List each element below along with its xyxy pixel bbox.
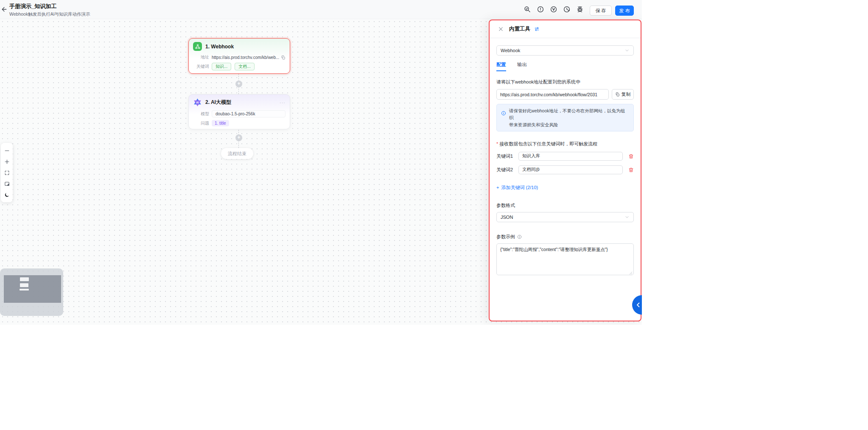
- chevron-down-icon: [624, 215, 630, 220]
- node-ai-model-row: 模型 doubao-1.5-pro-256k: [189, 110, 290, 117]
- node-ai-title: 2. AI大模型: [205, 99, 231, 106]
- add-keyword-label: 添加关键词 (2/10): [501, 184, 538, 191]
- toolbar-icons: [524, 6, 584, 13]
- page-subtitle: Webhook触发后执行AI与知识库动作演示: [9, 11, 90, 17]
- copy-url-button[interactable]: 复制: [612, 89, 634, 100]
- address-value: https://ais.prod.torchv.com/kb/web...: [212, 55, 279, 60]
- node-webhook-keywords-row: 关键词 知识... 文档...: [189, 63, 290, 70]
- swap-tool-icon[interactable]: [534, 26, 540, 32]
- example-textarea-wrap: {"title":"普陀山周报","content":"请整理知识库更新重点"}: [496, 243, 634, 277]
- publish-button[interactable]: 发布: [615, 6, 634, 16]
- minimap-toggle-icon[interactable]: [1, 178, 13, 189]
- run-history-icon[interactable]: [563, 6, 571, 13]
- minimap-viewport[interactable]: [4, 275, 61, 303]
- chevron-down-icon: [624, 48, 630, 53]
- security-alert: 请保管好此webhook地址，不要公布在外部网站，以免为组织 带来资源损失和安全…: [496, 104, 634, 131]
- panel-title: 内置工具: [509, 25, 530, 33]
- add-node-button-2[interactable]: +: [235, 134, 242, 141]
- node-ai-model[interactable]: AI 2. AI大模型 ··· 模型 doubao-1.5-pro-256k 问…: [188, 94, 290, 129]
- keyword-1-label: 关键词1: [496, 153, 518, 159]
- add-node-button-1[interactable]: +: [235, 81, 242, 87]
- plus-icon: +: [496, 185, 499, 190]
- debug-bug-icon[interactable]: [576, 6, 584, 13]
- close-icon[interactable]: [498, 26, 504, 32]
- flow-check-icon[interactable]: [524, 6, 531, 13]
- example-textarea[interactable]: {"title":"普陀山周报","content":"请整理知识库更新重点"}: [496, 243, 634, 275]
- zoom-out-icon[interactable]: [1, 145, 13, 156]
- question-variable-tag: 1. title: [212, 120, 229, 126]
- minimap-node-marker: [20, 277, 29, 281]
- tab-config[interactable]: 配置: [496, 61, 506, 71]
- warning-circle-icon[interactable]: [537, 6, 544, 13]
- add-keyword-button[interactable]: + 添加关键词 (2/10): [496, 184, 538, 191]
- node-config-panel: 内置工具 Webhook 配置 输出 请将以下webhook地址配置到您的系统中…: [489, 20, 641, 321]
- workflow-heading: 手册演示_知识加工 Webhook触发后执行AI与知识库动作演示: [9, 3, 90, 17]
- node-webhook-address-row: 地址 https://ais.prod.torchv.com/kb/web...: [189, 54, 290, 60]
- tool-select-value: Webhook: [501, 48, 520, 53]
- tool-select[interactable]: Webhook: [496, 45, 634, 56]
- dark-mode-moon-icon[interactable]: [1, 189, 13, 200]
- info-circle-icon: [517, 235, 522, 239]
- copy-button-label: 复制: [622, 91, 631, 98]
- node-webhook-title: 1. Webhook: [205, 44, 234, 50]
- delete-keyword-1-trash-icon[interactable]: [628, 154, 634, 159]
- question-label: 问题: [193, 120, 209, 126]
- node-ai-header: AI 2. AI大模型 ···: [189, 95, 290, 108]
- required-asterisk: *: [496, 141, 498, 146]
- keywords-label: 关键词: [193, 64, 209, 70]
- model-label: 模型: [193, 111, 209, 117]
- webhook-url-row: 复制: [496, 89, 634, 100]
- minimap[interactable]: [0, 268, 63, 316]
- model-value: doubao-1.5-pro-256k: [212, 110, 286, 117]
- example-label-row: 参数示例: [496, 234, 634, 240]
- canvas-toolbar: [1, 143, 13, 202]
- node-more-icon[interactable]: ···: [280, 100, 286, 105]
- copy-icon[interactable]: [281, 55, 286, 60]
- zoom-in-icon[interactable]: [1, 156, 13, 167]
- svg-text:AI: AI: [196, 101, 199, 104]
- example-label: 参数示例: [496, 234, 515, 240]
- resize-handle-icon[interactable]: [629, 271, 633, 275]
- address-label: 地址: [193, 54, 209, 60]
- save-button[interactable]: 保存: [590, 6, 612, 16]
- minimap-node-marker: [20, 289, 29, 290]
- back-icon[interactable]: [1, 6, 8, 13]
- webhook-instruction: 请将以下webhook地址配置到您的系统中: [496, 79, 634, 85]
- panel-tabs: 配置 输出: [496, 61, 634, 71]
- keyword-2-label: 关键词2: [496, 167, 518, 173]
- chevron-left-icon: [635, 301, 642, 309]
- top-bar: 手册演示_知识加工 Webhook触发后执行AI与知识库动作演示 保存 发布: [0, 0, 642, 19]
- webhook-url-input[interactable]: [496, 89, 609, 100]
- flow-end-node: 流程结束: [221, 148, 253, 159]
- format-select[interactable]: JSON: [496, 212, 634, 222]
- ai-model-icon: AI: [193, 98, 202, 107]
- keyword-1-input[interactable]: [518, 152, 623, 161]
- minimap-node-marker: [20, 283, 28, 287]
- delete-keyword-2-trash-icon[interactable]: [628, 167, 634, 173]
- webhook-icon: [193, 42, 202, 51]
- panel-header: 内置工具: [490, 20, 641, 38]
- keyword-tag: 知识...: [212, 63, 231, 70]
- node-ai-question-row: 问题 1. title: [189, 120, 290, 126]
- page-title: 手册演示_知识加工: [9, 3, 90, 10]
- fit-view-icon[interactable]: [1, 167, 13, 178]
- node-webhook[interactable]: 1. Webhook 地址 https://ais.prod.torchv.co…: [188, 38, 290, 74]
- node-webhook-header: 1. Webhook: [189, 39, 290, 52]
- format-label: 参数格式: [496, 202, 634, 209]
- keyword-2-input[interactable]: [518, 165, 623, 174]
- format-select-value: JSON: [501, 215, 513, 220]
- alert-text: 请保管好此webhook地址，不要公布在外部网站，以免为组织 带来资源损失和安全…: [509, 107, 629, 128]
- keyword-tag: 文档...: [235, 63, 254, 70]
- tab-output[interactable]: 输出: [517, 61, 527, 71]
- info-circle-icon: [501, 111, 506, 116]
- version-history-icon[interactable]: [550, 6, 557, 13]
- workflow-app: 手册演示_知识加工 Webhook触发后执行AI与知识库动作演示 保存 发布: [0, 0, 642, 325]
- keyword-row-2: 关键词2: [496, 165, 634, 174]
- keyword-row-1: 关键词1: [496, 152, 634, 161]
- keywords-required-label: *接收数据包含以下任意关键词时，即可触发流程: [496, 141, 634, 147]
